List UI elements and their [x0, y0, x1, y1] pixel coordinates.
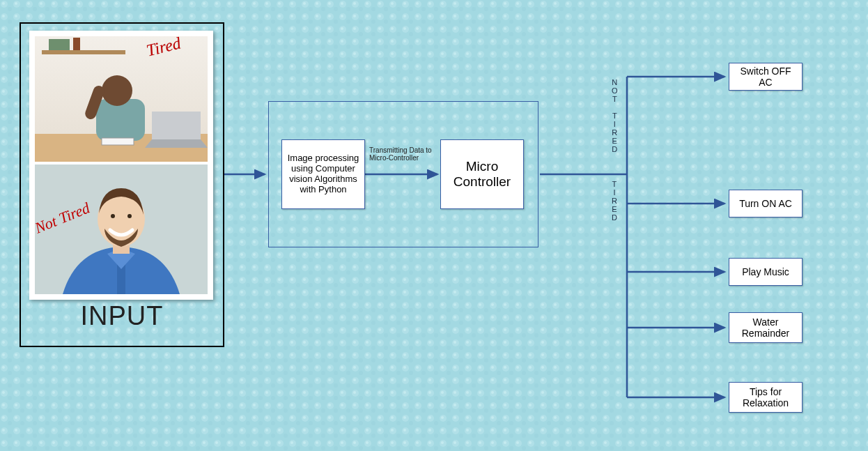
output-water-remainder-text: Water Remainder [734, 316, 798, 339]
transmit-label: Transmitting Data to Micro-Controller [369, 146, 436, 162]
output-turn-on-ac-text: Turn ON AC [739, 198, 792, 209]
output-tips-relaxation: Tips for Relaxation [729, 382, 803, 413]
svg-rect-17 [73, 38, 80, 50]
image-processing-box: Image processing using Computer vision A… [281, 139, 365, 209]
output-play-music: Play Music [729, 258, 803, 286]
output-switch-off-ac: Switch OFF AC [729, 63, 803, 91]
svg-point-22 [102, 75, 132, 106]
branch-label-tired: TIRED [612, 180, 619, 222]
svg-point-30 [111, 214, 115, 218]
output-tips-relaxation-text: Tips for Relaxation [734, 386, 798, 408]
photo-not-tired [35, 165, 208, 294]
svg-rect-24 [102, 138, 134, 145]
svg-rect-15 [42, 50, 125, 54]
output-water-remainder: Water Remainder [729, 312, 803, 343]
svg-rect-19 [152, 112, 201, 139]
output-turn-on-ac: Turn ON AC [729, 190, 803, 217]
microcontroller-box: Micro Controller [440, 139, 524, 209]
output-switch-off-ac-text: Switch OFF AC [734, 66, 798, 88]
branch-label-not-tired: NOT TIRED [612, 78, 619, 153]
photo-tired [35, 36, 208, 162]
svg-marker-20 [145, 139, 208, 148]
output-play-music-text: Play Music [742, 266, 789, 277]
input-label: INPUT [20, 301, 224, 331]
diagram-canvas: Tired Not Tired INPUT [0, 0, 868, 451]
image-processing-text: Image processing using Computer vision A… [286, 153, 360, 195]
svg-point-31 [127, 214, 132, 218]
microcontroller-text: Micro Controller [445, 159, 519, 190]
svg-rect-16 [49, 39, 70, 50]
